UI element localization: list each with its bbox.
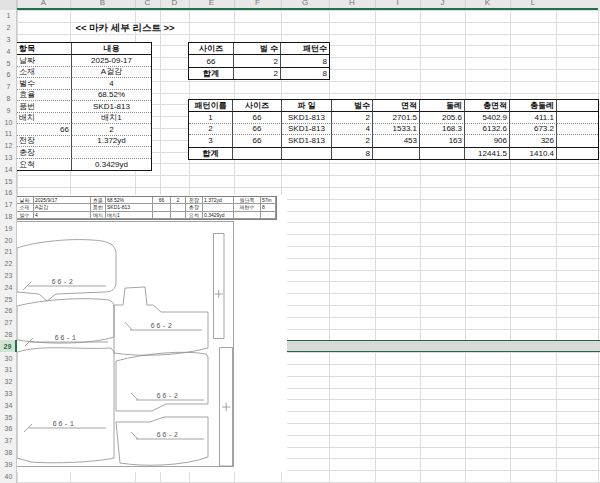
cell[interactable]: 패턴이름: [189, 100, 233, 112]
row-header-21[interactable]: 21: [0, 246, 17, 258]
cell[interactable]: 내용: [72, 43, 151, 55]
cell[interactable]: A겉감: [72, 67, 151, 79]
cell[interactable]: 168.3: [420, 124, 465, 136]
cell[interactable]: 12441.5: [465, 147, 510, 159]
cell[interactable]: 8: [281, 67, 329, 79]
cell[interactable]: 66: [17, 124, 72, 136]
cell[interactable]: [557, 112, 598, 124]
cell[interactable]: 66: [233, 112, 282, 124]
cell[interactable]: 소재: [17, 67, 72, 79]
cell[interactable]: 1.372yd: [72, 136, 151, 148]
cell[interactable]: 1533.1: [373, 124, 420, 136]
cell[interactable]: SKD1-813: [282, 124, 332, 136]
row-header-39[interactable]: 39: [0, 458, 17, 470]
cell[interactable]: 합계: [189, 147, 233, 159]
sheet-title[interactable]: << 마카 세부 리스트 >>: [17, 22, 233, 34]
row-header-28[interactable]: 28: [0, 329, 17, 341]
row-header-32[interactable]: 32: [0, 376, 17, 388]
row-header-40[interactable]: 40: [0, 470, 17, 482]
cell[interactable]: 면적: [373, 100, 420, 112]
row-header-13[interactable]: 13: [0, 152, 17, 164]
cell[interactable]: 205.6: [420, 112, 465, 124]
cell[interactable]: 2025-09-17: [72, 55, 151, 67]
row-header-26[interactable]: 26: [0, 305, 17, 317]
row-header-14[interactable]: 14: [0, 163, 17, 175]
row-header-36[interactable]: 36: [0, 423, 17, 435]
cell[interactable]: 요척: [17, 159, 72, 171]
cell[interactable]: 3: [189, 135, 233, 147]
row-header-24[interactable]: 24: [0, 281, 17, 293]
row-header-18[interactable]: 18: [0, 211, 17, 223]
cell[interactable]: 8: [281, 55, 329, 67]
cell[interactable]: 0.3429yd: [72, 159, 151, 171]
cell[interactable]: 673.2: [510, 124, 557, 136]
cell[interactable]: 효율: [17, 90, 72, 102]
cell[interactable]: 2: [234, 55, 281, 67]
cell[interactable]: 둘레: [420, 100, 465, 112]
cell[interactable]: 항목: [17, 43, 72, 55]
cell[interactable]: 453: [373, 135, 420, 147]
cell[interactable]: SKD1-813: [72, 101, 151, 113]
row-header-33[interactable]: 33: [0, 388, 17, 400]
cell[interactable]: 66: [233, 135, 282, 147]
row-header-1[interactable]: 1: [0, 10, 17, 22]
cell[interactable]: 배치: [17, 113, 72, 125]
row-header-31[interactable]: 31: [0, 364, 17, 376]
cell[interactable]: [72, 147, 151, 159]
cell[interactable]: [233, 147, 282, 159]
cell[interactable]: [557, 147, 598, 159]
row-header-10[interactable]: 10: [0, 116, 17, 128]
cell[interactable]: SKD1-813: [282, 112, 332, 124]
cell[interactable]: 2: [189, 124, 233, 136]
cell[interactable]: 8: [332, 147, 373, 159]
row-header-34[interactable]: 34: [0, 399, 17, 411]
cell[interactable]: [420, 147, 465, 159]
row-header-38[interactable]: 38: [0, 447, 17, 459]
cell[interactable]: [282, 147, 332, 159]
left-info-table[interactable]: 항목내용날짜2025-09-17소재A겉감벌수4효율68.52%품번SKD1-8…: [16, 42, 152, 171]
row-header-17[interactable]: 17: [0, 199, 17, 211]
cell[interactable]: 5402.9: [465, 112, 510, 124]
cell[interactable]: 2: [72, 124, 151, 136]
row-header-6[interactable]: 6: [0, 69, 17, 81]
row-header-4[interactable]: 4: [0, 45, 17, 57]
row-header-30[interactable]: 30: [0, 352, 17, 364]
row-header-11[interactable]: 11: [0, 128, 17, 140]
cell[interactable]: 총둘레: [510, 100, 557, 112]
row-header-23[interactable]: 23: [0, 270, 17, 282]
cell[interactable]: 파 일: [282, 100, 332, 112]
cell[interactable]: 벌수: [17, 78, 72, 90]
cell[interactable]: 벌수: [332, 100, 373, 112]
cell[interactable]: 6132.6: [465, 124, 510, 136]
row-header-37[interactable]: 37: [0, 435, 17, 447]
cell[interactable]: 66: [189, 55, 234, 67]
marker-image[interactable]: 날짜2025/9/17효율68.52%662전장1.372yd원단폭57in소재…: [14, 195, 287, 472]
cell[interactable]: 날짜: [17, 55, 72, 67]
cell[interactable]: SKD1-813: [282, 135, 332, 147]
cell[interactable]: 2701.5: [373, 112, 420, 124]
row-header-3[interactable]: 3: [0, 34, 17, 46]
cell[interactable]: 2: [332, 112, 373, 124]
row-header-25[interactable]: 25: [0, 293, 17, 305]
row-header-16[interactable]: 16: [0, 187, 17, 199]
cell[interactable]: 4: [332, 124, 373, 136]
row-header-9[interactable]: 9: [0, 104, 17, 116]
cell[interactable]: 사이즈: [233, 100, 282, 112]
cell[interactable]: [557, 124, 598, 136]
row-header-27[interactable]: 27: [0, 317, 17, 329]
row-header-29[interactable]: 29: [0, 340, 17, 352]
row-header-15[interactable]: 15: [0, 175, 17, 187]
cell[interactable]: 411.1: [510, 112, 557, 124]
cell[interactable]: 벌 수: [234, 43, 281, 55]
cell[interactable]: 163: [420, 135, 465, 147]
cell[interactable]: 326: [510, 135, 557, 147]
cell[interactable]: 66: [233, 124, 282, 136]
cell[interactable]: [373, 147, 420, 159]
cell[interactable]: 합계: [189, 67, 234, 79]
row-header-8[interactable]: 8: [0, 93, 17, 105]
cell[interactable]: 1410.4: [510, 147, 557, 159]
row-header-7[interactable]: 7: [0, 81, 17, 93]
row-header-5[interactable]: 5: [0, 57, 17, 69]
cell[interactable]: 총면적: [465, 100, 510, 112]
cell[interactable]: 2: [332, 135, 373, 147]
